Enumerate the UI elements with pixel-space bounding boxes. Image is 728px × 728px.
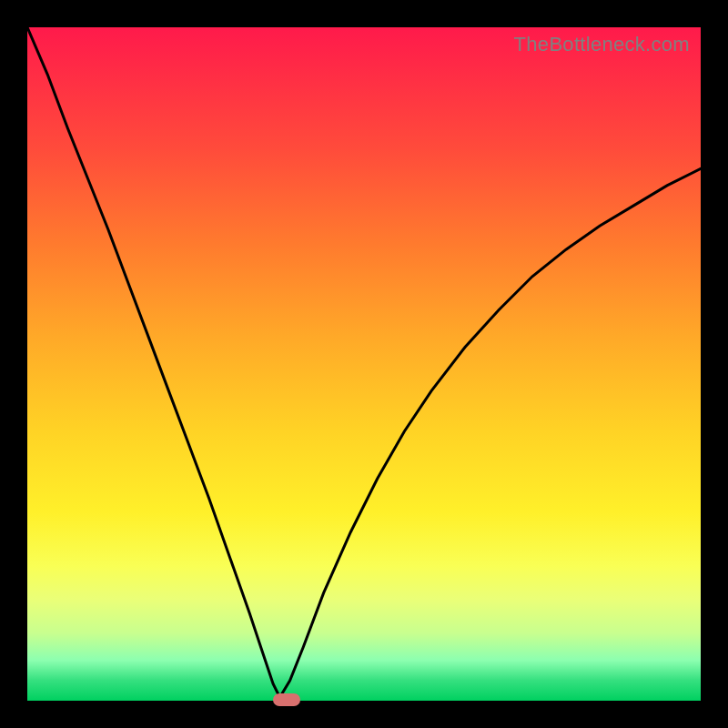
plot-area: TheBottleneck.com (27, 27, 701, 701)
bottleneck-curve (27, 27, 701, 701)
chart-frame: TheBottleneck.com (0, 0, 728, 728)
curve-right-branch (280, 168, 702, 697)
curve-left-branch (27, 27, 280, 697)
min-marker (273, 693, 300, 706)
